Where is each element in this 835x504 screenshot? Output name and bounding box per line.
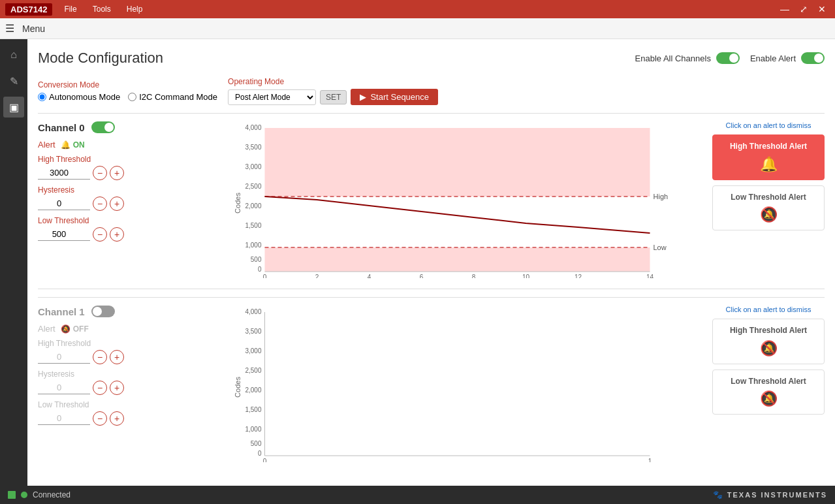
operating-mode-select[interactable]: Post Alert Mode Start Burst Mode Autonom…	[228, 89, 316, 105]
channel-1-low-threshold-decrement[interactable]: −	[93, 411, 107, 426]
close-button[interactable]: ✕	[814, 4, 830, 14]
status-dot-icon	[21, 492, 27, 498]
channel-0-high-threshold-decrement[interactable]: −	[93, 166, 107, 180]
channel-1-alert-row: Alert 🔕 OFF	[38, 324, 180, 334]
channel-1-low-threshold-input[interactable]	[38, 412, 90, 425]
channel-0-low-bell-icon: 🔕	[719, 206, 817, 223]
channel-0-section: Channel 0 Alert 🔔 ON High Threshold −	[38, 113, 825, 281]
channel-1-low-threshold-increment[interactable]: +	[110, 411, 124, 426]
channel-1-dismiss-text[interactable]: Click on an alert to dismiss	[712, 306, 825, 313]
channel-0-dismiss-text[interactable]: Click on an alert to dismiss	[712, 121, 825, 129]
i2c-mode-label: I2C Command Mode	[139, 92, 217, 102]
autonomous-mode-radio[interactable]	[38, 93, 46, 101]
app-name: ADS7142	[5, 3, 52, 16]
channel-1-high-alert-title: High Threshold Alert	[719, 326, 817, 336]
svg-text:1,500: 1,500	[245, 222, 261, 229]
channel-1-hysteresis: Hysteresis − +	[38, 370, 180, 395]
channel-1-high-threshold: High Threshold − +	[38, 339, 180, 364]
config-bar: Conversion Mode Autonomous Mode I2C Comm…	[38, 77, 825, 105]
channel-1-alerts-panel: Click on an alert to dismiss High Thresh…	[707, 306, 825, 465]
channel-1-low-threshold: Low Threshold − +	[38, 400, 180, 426]
channel-0-hysteresis: Hysteresis − +	[38, 185, 180, 211]
hamburger-icon[interactable]: ☰	[5, 22, 14, 35]
channel-0-low-threshold-input[interactable]	[38, 228, 90, 241]
channel-1-high-threshold-increment[interactable]: +	[110, 350, 124, 364]
svg-text:10: 10	[522, 274, 530, 278]
channel-0-low-threshold-decrement[interactable]: −	[93, 227, 107, 242]
svg-text:6: 6	[420, 274, 424, 278]
bell-off-icon: 🔕	[61, 324, 71, 334]
enable-all-channels-toggle[interactable]	[716, 52, 740, 64]
channel-1-chart: Codes 4,000 3,500 3,000 2,500 2,000 1,50…	[193, 306, 702, 462]
channel-0-hysteresis-input[interactable]	[38, 197, 90, 210]
autonomous-mode-option[interactable]: Autonomous Mode	[38, 92, 120, 102]
channel-0-toggle[interactable]	[91, 121, 115, 133]
main-container: ⌂ ✎ ▣ Mode Configuration Enable All Chan…	[0, 39, 835, 486]
sidebar-item-chip[interactable]: ▣	[3, 97, 24, 118]
sidebar: ⌂ ✎ ▣	[0, 39, 27, 486]
channel-1-high-threshold-input[interactable]	[38, 351, 90, 364]
start-sequence-button[interactable]: ▶ Start Sequence	[351, 89, 438, 105]
svg-text:4: 4	[368, 274, 371, 278]
channel-0-low-threshold-row: − +	[38, 227, 180, 242]
channel-0-low-alert-card[interactable]: Low Threshold Alert 🔕	[712, 185, 825, 231]
channel-1-low-alert-card[interactable]: Low Threshold Alert 🔕	[712, 370, 825, 415]
channel-1-high-threshold-row: − +	[38, 350, 180, 364]
maximize-button[interactable]: ⤢	[796, 4, 811, 14]
channel-1-high-threshold-decrement[interactable]: −	[93, 350, 107, 364]
svg-text:Low: Low	[654, 244, 667, 251]
channel-0-low-threshold-increment[interactable]: +	[110, 227, 124, 242]
channel-0-hysteresis-increment[interactable]: +	[110, 197, 124, 211]
channel-0-chart: Codes High Low 4,000 3,500	[193, 121, 702, 278]
channel-1-toggle[interactable]	[91, 306, 115, 317]
channel-0-hysteresis-label: Hysteresis	[38, 185, 180, 195]
ti-brand: 🐾 Texas Instruments	[713, 490, 827, 499]
titlebar: ADS7142 File Tools Help — ⤢ ✕	[0, 0, 835, 18]
svg-text:2,500: 2,500	[245, 367, 261, 374]
page-title: Mode Configuration	[38, 50, 163, 67]
channel-0-controls: Channel 0 Alert 🔔 ON High Threshold −	[38, 121, 188, 281]
channel-0-high-threshold-increment[interactable]: +	[110, 166, 124, 180]
minimize-button[interactable]: —	[776, 4, 793, 14]
channel-1-hysteresis-decrement[interactable]: −	[93, 381, 107, 395]
svg-text:3,500: 3,500	[245, 144, 261, 151]
file-menu[interactable]: File	[60, 3, 80, 15]
channel-0-hysteresis-decrement[interactable]: −	[93, 197, 107, 211]
svg-text:0: 0	[263, 274, 267, 278]
channel-1-hysteresis-input[interactable]	[38, 381, 90, 394]
channel-1-low-threshold-label: Low Threshold	[38, 400, 180, 409]
tools-menu[interactable]: Tools	[89, 3, 115, 15]
channel-1-title: Channel 1	[38, 306, 85, 317]
i2c-mode-radio[interactable]	[128, 93, 136, 101]
sidebar-item-edit[interactable]: ✎	[3, 71, 24, 91]
channel-1-low-alert-title: Low Threshold Alert	[719, 377, 817, 387]
conversion-mode-radio-group: Autonomous Mode I2C Command Mode	[38, 92, 217, 102]
svg-text:2: 2	[315, 274, 319, 278]
channel-1-hysteresis-increment[interactable]: +	[110, 381, 124, 395]
i2c-mode-option[interactable]: I2C Command Mode	[128, 92, 217, 102]
sidebar-item-home[interactable]: ⌂	[3, 44, 24, 65]
enable-alert-toggle[interactable]	[801, 52, 825, 64]
svg-text:2,000: 2,000	[245, 386, 261, 394]
svg-text:12: 12	[575, 274, 582, 278]
channel-1-section: Channel 1 Alert 🔕 OFF High Threshold −	[38, 297, 825, 465]
channel-0-high-threshold-input[interactable]	[38, 166, 90, 180]
svg-rect-1	[265, 128, 650, 197]
channel-1-hysteresis-row: − +	[38, 381, 180, 395]
status-left: Connected	[8, 490, 71, 499]
channel-0-header: Channel 0	[38, 121, 180, 133]
svg-text:Codes: Codes	[234, 377, 242, 398]
svg-text:14: 14	[646, 274, 654, 278]
channel-0-alert-label: Alert	[38, 140, 55, 150]
set-button[interactable]: SET	[320, 90, 347, 104]
statusbar: Connected 🐾 Texas Instruments	[0, 486, 835, 504]
svg-text:3,000: 3,000	[245, 163, 261, 170]
channel-1-low-bell-icon: 🔕	[719, 390, 817, 407]
channel-0-high-alert-card[interactable]: High Threshold Alert 🔔	[712, 134, 825, 180]
channel-1-high-alert-card[interactable]: High Threshold Alert 🔕	[712, 319, 825, 364]
help-menu[interactable]: Help	[123, 3, 147, 15]
channel-1-alert-indicator: 🔕 OFF	[61, 324, 89, 334]
enable-all-channels-group: Enable All Channels	[635, 52, 740, 64]
svg-text:High: High	[654, 193, 669, 200]
channel-1-high-bell-icon: 🔕	[719, 340, 817, 357]
